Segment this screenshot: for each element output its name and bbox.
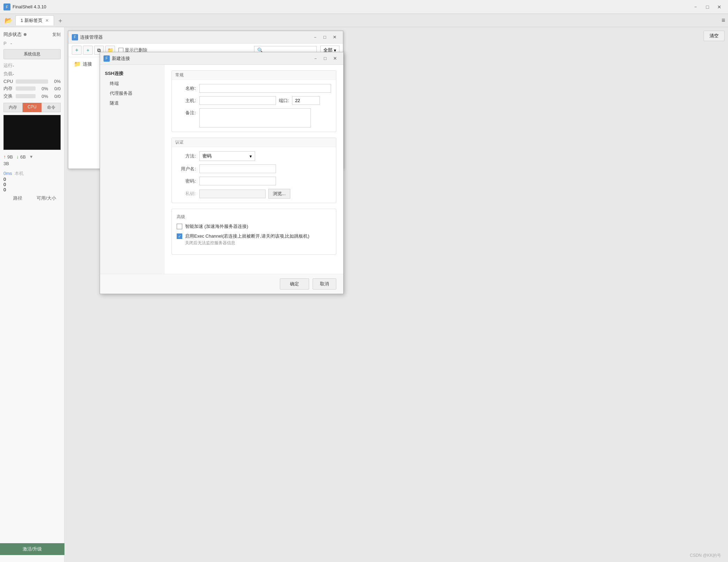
arrow-up-icon: ↑: [3, 154, 6, 160]
sync-status-dot: [24, 33, 26, 36]
ping-value: 0ms: [3, 171, 12, 176]
new-conn-close-button[interactable]: ✕: [330, 55, 340, 62]
disk-path-label: 路径: [3, 195, 32, 201]
ping-v2: 0: [3, 182, 61, 187]
tab-cmd-button[interactable]: 命令: [41, 103, 61, 112]
disk-size-label: 可用/大小: [32, 195, 61, 201]
new-conn-title: 新建连接: [112, 55, 311, 62]
folder-name: 连接: [83, 61, 92, 67]
tab-add-button[interactable]: ＋: [55, 16, 65, 25]
copy-button[interactable]: 复制: [52, 32, 61, 38]
name-row: 名称:: [177, 84, 331, 93]
smart-accel-checkbox[interactable]: [177, 224, 182, 229]
method-row: 方法: 密码 ▾: [177, 151, 331, 161]
ping-v3: 0: [3, 187, 61, 192]
name-input[interactable]: [199, 84, 331, 93]
conn-manager-minimize-button[interactable]: －: [310, 33, 320, 41]
sidebar-tunnel-item[interactable]: 隧道: [100, 98, 164, 108]
conn-manager-maximize-button[interactable]: □: [320, 33, 330, 41]
load-dash: -: [13, 71, 14, 77]
new-conn-main: 常规 名称: 主机: 端口:: [164, 65, 343, 274]
username-input[interactable]: [199, 164, 276, 173]
swap-label: 交换: [3, 93, 16, 99]
username-label: 用户名:: [177, 166, 196, 172]
close-button[interactable]: ✕: [714, 3, 725, 11]
port-label: 端口:: [279, 98, 289, 104]
tab-1[interactable]: 1 新标签页 ✕: [15, 15, 54, 25]
running-row: 运行 -: [0, 61, 64, 70]
app-icon: F: [3, 3, 10, 10]
port-input[interactable]: [292, 96, 320, 105]
method-select[interactable]: 密码 ▾: [199, 151, 255, 161]
cpu-label: CPU: [3, 79, 16, 84]
folder-icon-button[interactable]: 📂: [3, 15, 14, 26]
password-label: 密码:: [177, 178, 196, 184]
network-section: ↑ 9B ↓ 6B ▼ 3B: [0, 151, 64, 169]
name-label: 名称:: [177, 85, 196, 92]
conn-manager-close-button[interactable]: ✕: [330, 33, 339, 41]
tab-bar-menu-icon[interactable]: ≡: [721, 17, 725, 24]
watermark: CSDN @KK的号: [690, 553, 721, 559]
add-conn2-button[interactable]: ＋: [83, 46, 93, 55]
main-layout: 同步状态 复制 P - 系统信息 运行 - 负载 - CPU 0%: [0, 27, 728, 562]
swap-ratio: 0/0: [50, 94, 61, 99]
title-bar-controls: － □ ✕: [690, 3, 725, 11]
conn-manager-title-bar: F 连接管理器 － □ ✕: [68, 31, 343, 44]
add-conn-button[interactable]: ＋: [72, 46, 82, 55]
tab-mem-button[interactable]: 内存: [3, 103, 23, 112]
running-dash: -: [13, 63, 14, 68]
tab-cpu-button[interactable]: CPU: [23, 103, 42, 112]
exec-channel-checkbox[interactable]: ✓: [177, 233, 182, 239]
new-conn-maximize-button[interactable]: □: [320, 55, 330, 62]
general-section: 常规 名称: 主机: 端口:: [171, 70, 336, 132]
advanced-title: 高级: [177, 214, 331, 220]
ssh-group-label: SSH连接: [100, 68, 164, 79]
arrow-down-icon: ↓: [16, 154, 19, 160]
running-label: 运行: [3, 62, 13, 69]
clear-button[interactable]: 清空: [704, 31, 725, 41]
minimize-button[interactable]: －: [690, 3, 701, 11]
mem-stat-row: 内存 0% 0/0: [0, 85, 64, 92]
host-input[interactable]: [199, 96, 276, 105]
content-area: 清空 F 连接管理器 － □ ✕ ＋ ＋ ⧉ 📁: [64, 27, 728, 562]
p-label: P: [3, 41, 10, 46]
new-conn-icon: F: [104, 55, 110, 62]
monitor-tabs: 内存 CPU 命令: [3, 103, 61, 112]
password-input[interactable]: [199, 177, 276, 185]
exec-channel-label: 启用Exec Channel(若连接上就被断开,请关闭该项,比如跳板机): [185, 233, 309, 239]
app-window: F FinalShell 4.3.10 － □ ✕ 📂 1 新标签页 ✕ ＋ ≡…: [0, 0, 728, 562]
key-row: 私钥: 浏览...: [177, 189, 331, 199]
exec-channel-label-wrap: 启用Exec Channel(若连接上就被断开,请关闭该项,比如跳板机) 关闭后…: [185, 233, 309, 246]
tab-1-label: 1 新标签页: [21, 17, 43, 24]
conn-manager-icon: F: [72, 34, 78, 40]
sidebar-proxy-item[interactable]: 代理服务器: [100, 88, 164, 98]
mem-label: 内存: [3, 85, 16, 92]
swap-bar-bg: [16, 94, 36, 98]
disk-section: 路径 可用/大小: [0, 194, 64, 203]
app-title: FinalShell 4.3.10: [13, 4, 690, 9]
ping-local-label: 本机: [15, 171, 24, 176]
new-conn-footer: 确定 取消: [100, 274, 343, 294]
net-total-value: 3B: [3, 161, 9, 166]
sidebar-terminal-item[interactable]: 终端: [100, 79, 164, 88]
note-label: 备注:: [177, 110, 196, 116]
method-value: 密码: [202, 153, 212, 159]
note-textarea[interactable]: [199, 108, 311, 128]
p-row: P -: [0, 40, 64, 47]
arrow-expand-icon: ▼: [29, 154, 33, 159]
auth-section: 认证 方法: 密码 ▾: [171, 138, 336, 203]
ok-button[interactable]: 确定: [280, 278, 309, 290]
sync-status-label: 同步状态: [3, 31, 22, 38]
key-label: 私钥:: [177, 191, 196, 197]
browse-button[interactable]: 浏览...: [268, 189, 290, 199]
cpu-bar-bg: [16, 79, 48, 84]
maximize-button[interactable]: □: [702, 3, 713, 11]
sys-info-button[interactable]: 系统信息: [3, 49, 61, 59]
key-input: [199, 190, 266, 198]
host-label: 主机:: [177, 98, 196, 104]
cancel-button[interactable]: 取消: [313, 278, 336, 290]
activate-button[interactable]: 激活/升级: [0, 543, 64, 555]
new-conn-minimize-button[interactable]: －: [311, 55, 320, 62]
tab-1-close-icon[interactable]: ✕: [45, 18, 49, 23]
username-row: 用户名:: [177, 164, 331, 173]
